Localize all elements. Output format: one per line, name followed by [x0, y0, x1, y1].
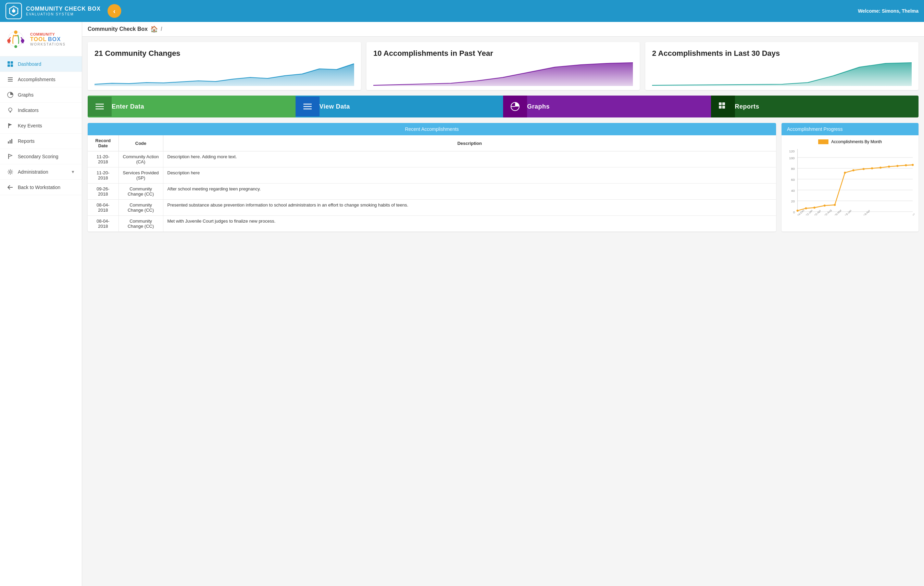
- sidebar-item-accomplishments[interactable]: Accomplishments: [0, 72, 82, 87]
- flag-icon: [7, 122, 14, 129]
- svg-text:2002-Apr: 2002-Apr: [812, 209, 822, 215]
- svg-point-56: [834, 204, 836, 206]
- table-row: 11-20-2018 Community Action (CA) Descrip…: [87, 151, 776, 167]
- svg-rect-21: [10, 140, 11, 144]
- svg-point-16: [8, 108, 12, 111]
- reports-btn-label: Reports: [735, 97, 919, 116]
- bottom-section: Recent Accomplishments Record Date Code …: [87, 123, 919, 231]
- ctb-logo-icon: [5, 29, 26, 50]
- sidebar-item-secondary-scoring[interactable]: Secondary Scoring: [0, 149, 82, 164]
- table-row: 09-26-2018 Community Change (CC) After s…: [87, 183, 776, 200]
- svg-point-65: [912, 164, 914, 166]
- pie-icon: [7, 91, 14, 98]
- svg-point-54: [813, 206, 815, 209]
- view-data-button[interactable]: View Data: [295, 96, 503, 117]
- sidebar-item-graphs[interactable]: Graphs: [0, 87, 82, 103]
- svg-rect-34: [719, 102, 722, 105]
- enter-data-button[interactable]: Enter Data: [87, 96, 295, 117]
- row-description: Description here: [163, 167, 776, 183]
- svg-point-63: [897, 165, 899, 167]
- svg-point-55: [823, 205, 826, 206]
- svg-text:80: 80: [791, 167, 795, 170]
- stat-card-accomplishments-30: 2 Accomplishments in Last 30 Days: [645, 42, 919, 90]
- ctb-text: COMMUNITY TOOL BOX WORKSTATIONS: [30, 32, 66, 46]
- arrow-left-icon: [7, 184, 14, 191]
- svg-point-4: [14, 30, 18, 34]
- svg-point-61: [879, 167, 881, 168]
- row-date: 08-04-2018: [87, 200, 119, 216]
- view-data-label: View Data: [320, 97, 503, 116]
- sidebar-item-reports[interactable]: Reports: [0, 134, 82, 149]
- svg-text:0: 0: [793, 210, 795, 214]
- svg-text:2018-Apr: 2018-Apr: [861, 209, 871, 215]
- home-icon[interactable]: 🏠: [150, 25, 158, 33]
- table-row: 08-04-2018 Community Change (CC) Met wit…: [87, 216, 776, 232]
- svg-text:2018-Jan: 2018-Jan: [842, 209, 852, 215]
- svg-text:2018-Nov: 2018-Nov: [910, 209, 914, 215]
- secondary-scoring-label: Secondary Scoring: [18, 154, 58, 159]
- legend-label: Accomplishments By Month: [831, 139, 882, 144]
- svg-rect-20: [8, 142, 9, 144]
- enter-data-label: Enter Data: [112, 97, 295, 116]
- col-header-description: Description: [163, 135, 776, 151]
- graphs-button[interactable]: Graphs: [503, 96, 711, 117]
- main-content: 21 Community Changes 10 Accomplishments …: [82, 36, 924, 586]
- svg-text:40: 40: [791, 189, 795, 193]
- row-code: Community Change (CC): [119, 183, 163, 200]
- row-description: Met with Juvenile Court judges to finali…: [163, 216, 776, 232]
- svg-text:2002-Jan: 2002-Jan: [803, 209, 813, 215]
- administration-label: Administration: [18, 169, 48, 175]
- breadcrumb-app-name: Community Check Box: [87, 26, 148, 32]
- enter-data-icon: [87, 97, 112, 116]
- svg-text:100: 100: [789, 156, 795, 160]
- sidebar-item-administration[interactable]: Administration ▼: [0, 164, 82, 180]
- svg-text:60: 60: [791, 178, 795, 182]
- top-header: COMMUNITY CHECK BOX EVALUATION SYSTEM ‹ …: [0, 0, 924, 22]
- sidebar-item-indicators[interactable]: Indicators: [0, 103, 82, 118]
- list-icon: [7, 76, 14, 83]
- row-code: Community Change (CC): [119, 200, 163, 216]
- row-date: 11-20-2018: [87, 167, 119, 183]
- svg-point-53: [805, 207, 807, 209]
- key-events-label: Key Events: [18, 123, 42, 129]
- svg-point-59: [863, 168, 865, 170]
- table-row: 11-20-2018 Services Provided (SP) Descri…: [87, 167, 776, 183]
- grid-icon: [7, 61, 14, 68]
- svg-rect-10: [8, 64, 10, 67]
- breadcrumb: Community Check Box 🏠 /: [82, 22, 924, 36]
- ctb-logo-area: COMMUNITY TOOL BOX WORKSTATIONS: [0, 22, 82, 56]
- collapse-sidebar-button[interactable]: ‹: [107, 4, 121, 18]
- bar-icon: [7, 138, 14, 145]
- sidebar-item-back-to-workstation[interactable]: Back to Workstation: [0, 180, 82, 195]
- svg-point-57: [844, 172, 846, 173]
- reports-button[interactable]: Reports: [711, 96, 919, 117]
- reports-icon: [711, 96, 735, 117]
- sidebar-item-dashboard[interactable]: Dashboard: [0, 56, 82, 72]
- svg-text:2002-Aug: 2002-Aug: [822, 209, 832, 215]
- accomplishments-data-table: Record Date Code Description 11-20-2018 …: [87, 135, 776, 231]
- row-description: Presented substance abuse prevention inf…: [163, 200, 776, 216]
- stat-card-accomplishments-year: 10 Accomplishments in Past Year: [366, 42, 640, 90]
- accomplishments-30-value: 2 Accomplishments in Last 30 Days: [652, 49, 912, 58]
- graphs-btn-label: Graphs: [527, 97, 711, 116]
- community-changes-chart: [94, 62, 354, 86]
- svg-text:20: 20: [791, 199, 795, 203]
- svg-text:120: 120: [789, 149, 795, 153]
- welcome-message: Welcome: Simons, Thelma: [858, 8, 919, 14]
- progress-chart-svg: 0 20 40 60 80 100 120: [785, 147, 914, 215]
- accomplishments-year-value: 10 Accomplishments in Past Year: [373, 49, 633, 58]
- expand-arrow-icon: ▼: [71, 170, 75, 174]
- svg-text:2005-Mar: 2005-Mar: [832, 209, 843, 215]
- progress-chart-panel: Accomplishment Progress Accomplishments …: [782, 123, 919, 231]
- app-name: COMMUNITY CHECK BOX EVALUATION SYSTEM: [26, 5, 101, 16]
- stat-card-community-changes: 21 Community Changes: [87, 42, 361, 90]
- svg-point-58: [852, 169, 855, 171]
- row-code: Services Provided (SP): [119, 167, 163, 183]
- svg-rect-11: [11, 64, 13, 67]
- accomplishments-table: Recent Accomplishments Record Date Code …: [87, 123, 776, 231]
- community-changes-value: 21 Community Changes: [94, 49, 354, 58]
- breadcrumb-separator: /: [161, 26, 162, 32]
- row-description: Description here. Adding more text.: [163, 151, 776, 167]
- sidebar-item-key-events[interactable]: Key Events: [0, 118, 82, 134]
- chart-svg-area: 0 20 40 60 80 100 120: [785, 147, 914, 215]
